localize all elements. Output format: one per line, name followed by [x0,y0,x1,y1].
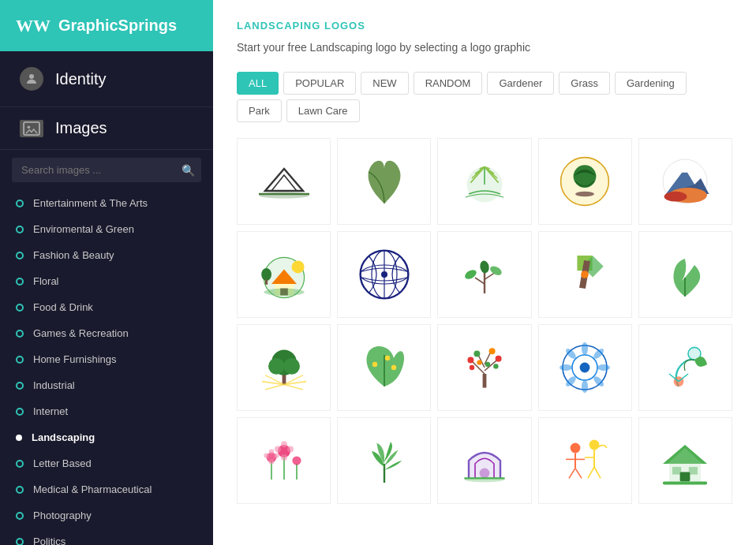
svg-point-43 [463,268,478,281]
nav-item-label: Industrial [33,379,75,391]
logo-cell[interactable] [237,324,331,411]
sidebar-item-medical---pharmaceutical[interactable]: Medical & Pharmaceutical [0,476,213,502]
filter-bar: ALLPOPULARNEWRANDOMGardenerGrassGardenin… [237,72,732,122]
sidebar-item-internet[interactable]: Internet [0,398,213,424]
nav-dot [16,538,24,546]
filter-btn-gardening[interactable]: Gardening [615,72,687,95]
filter-btn-random[interactable]: RANDOM [414,72,483,95]
nav-dot [16,304,24,312]
svg-rect-65 [483,374,487,388]
svg-point-64 [391,365,396,370]
search-button[interactable]: 🔍 [182,164,195,177]
svg-point-76 [470,365,474,370]
nav-dot [16,278,24,286]
logo-cell[interactable] [538,231,632,318]
svg-point-107 [281,454,287,461]
svg-point-83 [560,364,572,371]
logo-cell[interactable] [237,417,331,504]
nav-dot [16,486,24,494]
logo-cell[interactable] [638,417,732,504]
logo-cell[interactable] [538,417,632,504]
nav-item-label: Photography [33,510,92,521]
svg-point-45 [479,260,490,274]
nav-item-label: Landscaping [32,431,95,443]
filter-btn-lawn-care[interactable]: Lawn Care [286,99,360,122]
logo-cell[interactable] [337,231,431,318]
logo-cell[interactable] [437,417,531,504]
svg-rect-33 [265,279,268,284]
logo-cell[interactable] [538,138,632,225]
svg-rect-126 [680,472,691,481]
logo-cell[interactable] [337,138,431,225]
svg-point-19 [575,192,594,196]
sidebar-item-fashion---beauty[interactable]: Fashion & Beauty [0,242,213,268]
sidebar-item-photography[interactable]: Photography [0,502,213,528]
svg-point-63 [385,356,390,360]
svg-point-82 [582,380,588,393]
svg-point-34 [264,289,304,297]
svg-rect-124 [672,467,681,475]
svg-line-114 [569,468,575,479]
filter-btn-gardener[interactable]: Gardener [487,72,554,95]
filter-btn-popular[interactable]: POPULAR [283,72,356,95]
images-section[interactable]: Images [0,107,213,150]
svg-point-2 [28,125,31,129]
svg-line-41 [475,278,485,284]
sidebar-item-politics[interactable]: Politics [0,528,213,545]
logo-cell[interactable] [437,138,531,225]
sidebar-item-letter-based[interactable]: Letter Based [0,450,213,476]
search-container: 🔍 [0,150,213,190]
nav-dot [16,435,22,441]
nav-dot [16,252,24,259]
svg-point-116 [589,440,600,450]
filter-btn-new[interactable]: NEW [361,72,408,95]
logo-cell[interactable] [437,324,531,411]
main-content: LANDSCAPING LOGOS Start your free Landsc… [213,0,756,545]
logo-cell[interactable] [638,138,732,225]
nav-item-label: Letter Based [33,457,92,469]
logo-cell[interactable] [337,324,431,411]
svg-point-0 [29,74,34,79]
page-subtitle: Start your free Landscaping logo by sele… [237,39,732,56]
identity-icon [20,67,43,91]
svg-rect-125 [689,467,698,475]
sidebar-item-floral[interactable]: Floral [0,268,213,294]
nav-dot [16,330,24,338]
search-input[interactable] [12,158,201,182]
svg-point-84 [597,364,610,371]
nav-dot [16,226,24,233]
sidebar-item-home-furnishings[interactable]: Home Furnishings [0,346,213,372]
nav-item-label: Games & Recreation [33,327,129,339]
svg-marker-4 [271,175,297,191]
logo-cell[interactable] [237,138,331,225]
sidebar-item-food---drink[interactable]: Food & Drink [0,294,213,320]
filter-btn-park[interactable]: Park [237,99,282,122]
sidebar-item-games---recreation[interactable]: Games & Recreation [0,320,213,346]
logo-cell[interactable] [638,231,732,318]
sidebar-item-entertainment---the-arts[interactable]: Entertainment & The Arts [0,190,213,216]
logo-cell[interactable] [237,231,331,318]
svg-marker-3 [265,169,303,191]
logo-cell[interactable] [538,324,632,411]
nav-dot [16,200,24,207]
sidebar-item-enviromental---green[interactable]: Enviromental & Green [0,216,213,242]
nav-item-label: Enviromental & Green [33,223,134,235]
filter-btn-grass[interactable]: Grass [559,72,610,95]
logo-cell[interactable] [638,324,732,411]
sidebar-item-landscaping[interactable]: Landscaping [0,424,213,450]
nav-item-label: Internet [33,405,68,417]
sidebar-item-industrial[interactable]: Industrial [0,372,213,398]
identity-section[interactable]: Identity [0,51,213,107]
nav-item-label: Food & Drink [33,301,93,313]
nav-item-label: Home Furnishings [33,353,117,365]
svg-point-111 [571,443,581,454]
svg-point-73 [496,356,502,362]
svg-point-104 [275,446,281,453]
svg-point-75 [477,360,481,364]
logo-cell[interactable] [437,231,531,318]
nav-item-label: Medical & Pharmaceutical [33,483,152,495]
svg-point-106 [281,441,287,447]
nav-item-label: Politics [33,536,65,545]
filter-btn-all[interactable]: ALL [237,72,279,95]
logo-cell[interactable] [337,417,431,504]
